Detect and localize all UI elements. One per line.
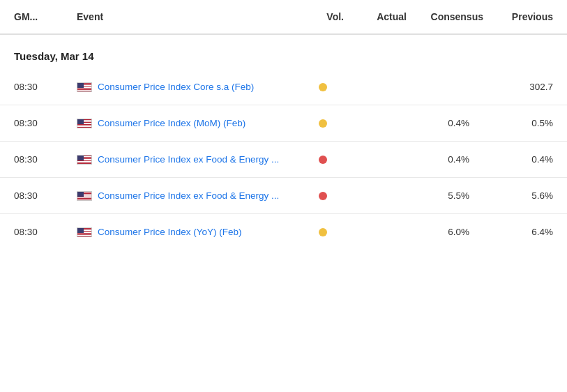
flag-us [77, 155, 92, 165]
event-name[interactable]: Consumer Price Index (MoM) (Feb) [98, 118, 245, 128]
row-time: 08:30 [14, 190, 77, 201]
us-flag-icon [77, 82, 92, 92]
us-flag-icon [77, 155, 92, 165]
row-time: 08:30 [14, 82, 77, 92]
row-time: 08:30 [14, 227, 77, 237]
row-time: 08:30 [14, 118, 77, 128]
row-consensus: 0.4% [407, 118, 483, 128]
table-row: 08:30 Consumer Price Index Core s.a (Feb… [0, 69, 567, 105]
row-event-cell: Consumer Price Index ex Food & Energy ..… [77, 154, 302, 165]
table-row: 08:30 Consumer Price Index (MoM) (Feb) 0… [0, 105, 567, 142]
vol-dot-red [319, 192, 327, 200]
economic-calendar-table: GM... Event Vol. Actual Consensus Previo… [0, 0, 567, 250]
event-name[interactable]: Consumer Price Index Core s.a (Feb) [98, 82, 254, 92]
flag-us [77, 227, 92, 237]
event-name[interactable]: Consumer Price Index (YoY) (Feb) [98, 227, 242, 237]
row-event-cell: Consumer Price Index ex Food & Energy ..… [77, 190, 302, 201]
col-actual-label: Actual [344, 11, 407, 22]
section-date: Tuesday, Mar 14 [0, 35, 567, 69]
col-consensus-label: Consensus [407, 11, 483, 22]
col-event-label: Event [77, 11, 302, 22]
us-flag-icon [77, 119, 92, 128]
vol-dot-red [319, 156, 327, 164]
vol-dot-yellow [319, 228, 327, 236]
flag-us [77, 82, 92, 92]
vol-dot-yellow [319, 83, 327, 91]
row-time: 08:30 [14, 154, 77, 165]
table-header: GM... Event Vol. Actual Consensus Previo… [0, 0, 567, 35]
row-event-cell: Consumer Price Index Core s.a (Feb) [77, 82, 302, 92]
row-previous: 5.6% [483, 190, 553, 201]
row-event-cell: Consumer Price Index (YoY) (Feb) [77, 227, 302, 237]
row-vol [302, 228, 344, 236]
col-previous-label: Previous [483, 11, 553, 22]
flag-us [77, 119, 92, 128]
row-consensus: 6.0% [407, 227, 483, 237]
table-row: 08:30 Consumer Price Index (YoY) (Feb) 6… [0, 214, 567, 250]
row-previous: 302.7 [483, 82, 553, 92]
event-name[interactable]: Consumer Price Index ex Food & Energy ..… [98, 190, 279, 201]
row-vol [302, 156, 344, 164]
us-flag-icon [77, 227, 92, 237]
table-row: 08:30 Consumer Price Index ex Food & Ene… [0, 142, 567, 178]
row-previous: 0.4% [483, 154, 553, 165]
row-event-cell: Consumer Price Index (MoM) (Feb) [77, 118, 302, 128]
event-name[interactable]: Consumer Price Index ex Food & Energy ..… [98, 154, 279, 165]
row-previous: 0.5% [483, 118, 553, 128]
table-row: 08:30 Consumer Price Index ex Food & Ene… [0, 178, 567, 214]
us-flag-icon [77, 191, 92, 201]
vol-dot-yellow [319, 119, 327, 128]
row-previous: 6.4% [483, 227, 553, 237]
flag-us [77, 191, 92, 201]
row-vol [302, 83, 344, 91]
col-gm-label: GM... [14, 11, 77, 22]
row-vol [302, 192, 344, 200]
row-consensus: 5.5% [407, 190, 483, 201]
row-vol [302, 119, 344, 128]
col-vol-label: Vol. [302, 11, 344, 22]
row-consensus: 0.4% [407, 154, 483, 165]
